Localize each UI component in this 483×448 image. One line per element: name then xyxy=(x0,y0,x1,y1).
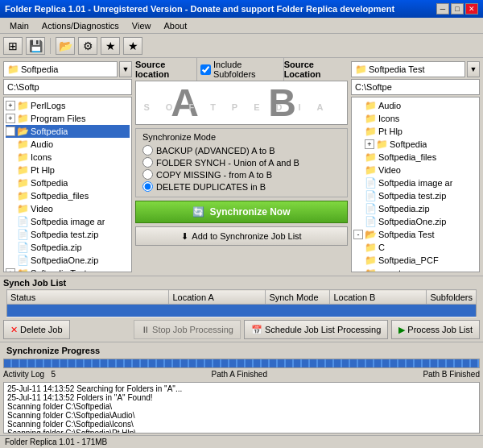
progress-bar-container xyxy=(3,359,480,368)
tree-item-b-swsetup[interactable]: 📁 swsetup xyxy=(353,267,477,272)
folder-b-dropdown[interactable]: 📁 Softpedia Test xyxy=(351,61,465,77)
mode-folder-sync[interactable]: FOLDER SYNCH - Union of A and B xyxy=(142,157,341,168)
source-labels: Source location Include Subfolders Sourc… xyxy=(135,61,348,77)
progress-title: Synchronize Progress xyxy=(3,344,480,357)
tree-item-a-perllogs[interactable]: + 📁 PerlLogs xyxy=(6,99,130,112)
expander[interactable]: - xyxy=(6,127,15,136)
folder-b-header: 📁 Softpedia Test ▼ xyxy=(351,61,480,77)
folder-icon: 📁 xyxy=(365,126,377,137)
folder-panel-a: 📁 Softpedia ▼ C:\Softp + 📁 PerlLogs + 📁 … xyxy=(3,61,132,272)
toolbar-new-button[interactable]: ⊞ xyxy=(3,37,23,55)
mode-deleteduplicates-radio[interactable] xyxy=(142,181,153,192)
folder-a-path[interactable]: C:\Softp xyxy=(3,79,132,95)
folder-icon: 📂 xyxy=(365,229,377,240)
title-bar-text: Folder Replica 1.01 - Unregistered Versi… xyxy=(5,4,394,14)
folder-icon: 📁 xyxy=(17,203,29,214)
tree-item-a-zip[interactable]: 📄 Softpedia.zip xyxy=(6,241,130,254)
close-button[interactable]: ✕ xyxy=(465,3,478,15)
sync-now-button[interactable]: 🔄 Synchronize Now xyxy=(135,201,348,223)
expander[interactable]: + xyxy=(6,114,15,123)
tree-item-b-softpedia-pcf[interactable]: 📁 Softpedia_PCF xyxy=(353,254,477,267)
activity-log-label: Activity Log 5 xyxy=(3,370,56,379)
tree-item-b-icons[interactable]: 📁 Icons xyxy=(353,112,477,125)
stop-icon: ⏸ xyxy=(141,325,150,334)
include-subfolders-input[interactable] xyxy=(200,64,211,75)
include-subfolders-checkbox[interactable]: Include Subfolders xyxy=(196,57,284,81)
mode-delete-duplicates[interactable]: DELETE DUPLICATES in B xyxy=(142,181,341,192)
tree-item-a-testzip[interactable]: 📄 Softpedia test.zip xyxy=(6,228,130,241)
tree-item-a-audio[interactable]: 📁 Audio xyxy=(6,138,130,151)
folder-icon: 📁 xyxy=(365,151,377,163)
stop-processing-button[interactable]: ⏸ Stop Job Processing xyxy=(134,320,241,339)
add-to-list-button[interactable]: ⬇ Add to Synchronize Job List xyxy=(135,226,348,246)
tree-item-b-zip[interactable]: 📄 Softpedia.zip xyxy=(353,202,477,215)
menu-actions-diagnostics[interactable]: Actions/Diagnostics xyxy=(35,19,126,32)
mode-copymissing-radio[interactable] xyxy=(142,169,153,180)
folder-b-path[interactable]: C:\Softpe xyxy=(351,79,480,95)
folder-icon: 📁 xyxy=(17,151,29,163)
tree-item-b-pthlp[interactable]: 📁 Pt Hlp xyxy=(353,125,477,138)
table-row-selected[interactable] xyxy=(7,305,477,317)
folder-icon: 📁 xyxy=(17,177,29,189)
log-line-1: 25-Jul-11 14:13:52 Folders in "A" Found! xyxy=(6,393,477,402)
tree-item-a-softpedia-test[interactable]: + 📁 Softpedia Test xyxy=(6,267,130,272)
tree-item-b-c[interactable]: 📁 C xyxy=(353,241,477,254)
folder-icon: 📁 xyxy=(365,255,377,266)
file-icon: 📄 xyxy=(17,229,29,240)
tree-item-b-imagear[interactable]: 📄 Softpedia image ar xyxy=(353,176,477,189)
main-content: 📁 Softpedia ▼ C:\Softp + 📁 PerlLogs + 📁 … xyxy=(0,58,483,448)
maximize-button[interactable]: □ xyxy=(451,3,464,15)
tree-item-b-softpedia-test[interactable]: - 📂 Softpedia Test xyxy=(353,228,477,241)
folder-b-dropdown-arrow[interactable]: ▼ xyxy=(467,61,480,77)
tree-item-a-softpedia-files[interactable]: 📁 Softpedia_files xyxy=(6,189,130,202)
expander[interactable]: + xyxy=(6,101,15,110)
expander[interactable]: - xyxy=(353,230,363,239)
tree-item-a-onezip[interactable]: 📄 SoftpediaOne.zip xyxy=(6,254,130,267)
tree-item-a-pthlp[interactable]: 📁 Pt Hlp xyxy=(6,164,130,176)
tree-item-b-testzip[interactable]: 📄 Softpedia test.zip xyxy=(353,189,477,202)
tree-item-b-video[interactable]: 📁 Video xyxy=(353,164,477,176)
activity-log[interactable]: 25-Jul-11 14:13:52 Searching for Folders… xyxy=(3,382,480,433)
mode-backup-radio[interactable] xyxy=(142,145,153,156)
folder-a-header: 📁 Softpedia ▼ xyxy=(3,61,132,77)
tree-item-a-icons[interactable]: 📁 Icons xyxy=(6,151,130,164)
add-icon: ⬇ xyxy=(181,231,188,242)
tree-item-b-softpediafiles[interactable]: 📁 Softpedia_files xyxy=(353,151,477,164)
mode-foldersync-radio[interactable] xyxy=(142,157,153,168)
folder-a-tree[interactable]: + 📁 PerlLogs + 📁 Program Files - 📂 Softp… xyxy=(3,97,132,272)
mode-backup[interactable]: BACKUP (ADVANCED) A to B xyxy=(142,145,341,156)
minimize-button[interactable]: ─ xyxy=(436,3,449,15)
tree-item-a-softpedia[interactable]: - 📂 Softpedia xyxy=(6,125,130,138)
toolbar-star2-button[interactable]: ★ xyxy=(123,37,142,55)
job-buttons: ✕ Delete Job ⏸ Stop Job Processing 📅 Sch… xyxy=(0,317,483,342)
menu-about[interactable]: About xyxy=(158,19,194,32)
tree-item-a-softpedia2[interactable]: 📁 Softpedia xyxy=(6,176,130,189)
schedule-processing-button[interactable]: 📅 Schedule Job List Processing xyxy=(244,320,388,339)
tree-item-b-onezip[interactable]: 📄 SoftpediaOne.zip xyxy=(353,215,477,228)
tree-item-a-programfiles[interactable]: + 📁 Program Files xyxy=(6,112,130,125)
expander[interactable]: + xyxy=(6,268,15,272)
folder-a-dropdown-arrow[interactable]: ▼ xyxy=(119,61,132,77)
tree-item-a-imagear[interactable]: 📄 Softpedia image ar xyxy=(6,215,130,228)
expander[interactable]: + xyxy=(365,139,374,149)
toolbar-star-button[interactable]: ★ xyxy=(101,37,120,55)
sync-now-icon: 🔄 xyxy=(192,206,204,218)
toolbar: ⊞ 💾 📂 ⚙ ★ ★ xyxy=(0,34,483,58)
toolbar-save-button[interactable]: 💾 xyxy=(26,37,45,55)
tree-item-b-audio[interactable]: 📁 Audio xyxy=(353,99,477,112)
process-job-list-button[interactable]: ▶ Process Job List xyxy=(391,320,480,339)
tree-item-b-softpedia[interactable]: + 📁 Softpedia xyxy=(353,138,477,151)
path-b-label: Path B Finished xyxy=(423,370,480,379)
folder-b-tree[interactable]: 📁 Audio 📁 Icons 📁 Pt Hlp + 📁 Softpedia xyxy=(351,97,480,272)
delete-job-button[interactable]: ✕ Delete Job xyxy=(3,320,70,339)
mode-copy-missing[interactable]: COPY MISSING - from A to B xyxy=(142,169,341,180)
menu-main[interactable]: Main xyxy=(3,19,35,32)
title-bar: Folder Replica 1.01 - Unregistered Versi… xyxy=(0,0,483,18)
folder-a-dropdown[interactable]: 📁 Softpedia xyxy=(3,61,118,77)
menu-view[interactable]: View xyxy=(126,19,158,32)
folder-icon: 📁 xyxy=(365,113,377,124)
file-icon: 📄 xyxy=(365,216,377,227)
toolbar-settings-button[interactable]: ⚙ xyxy=(78,37,97,55)
tree-item-a-video[interactable]: 📁 Video xyxy=(6,202,130,215)
toolbar-open-button[interactable]: 📂 xyxy=(56,37,75,55)
